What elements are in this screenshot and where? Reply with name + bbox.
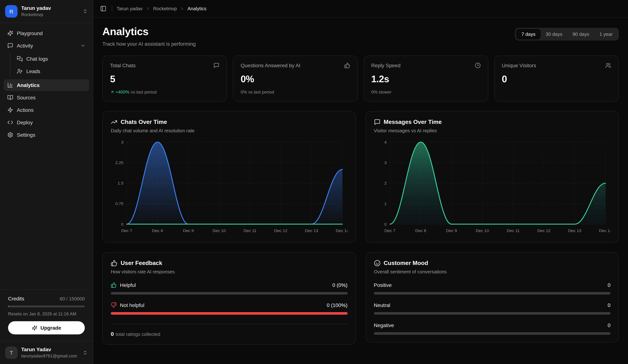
sidebar-item-playground[interactable]: Playground — [4, 27, 89, 39]
svg-text:Dec 8: Dec 8 — [415, 228, 426, 233]
users-icon — [605, 63, 611, 68]
sidebar-item-label: Analytics — [17, 82, 40, 88]
divider — [112, 6, 112, 11]
credits-reset-note: Resets on Jan 8, 2026 at 11:16 AM — [8, 311, 85, 316]
svg-text:Dec 7: Dec 7 — [384, 228, 395, 233]
credits-value: 60 / 150000 — [60, 296, 85, 301]
feedback-total-value: 0 — [111, 331, 114, 337]
svg-text:3: 3 — [384, 160, 387, 165]
smile-icon — [374, 260, 380, 266]
metric-value: 0 (100%) — [327, 302, 347, 308]
breadcrumb-item-rocketmvp[interactable]: Rocketmvp — [153, 6, 177, 11]
user-feedback-card: User Feedback How visitors rate AI respo… — [102, 252, 356, 345]
credits-label: Credits — [8, 296, 24, 301]
svg-text:Dec 10: Dec 10 — [475, 228, 489, 233]
sparkles-icon — [7, 30, 13, 36]
stat-cards: Total Chats5+400%vs last periodQuestions… — [102, 56, 619, 102]
chart-title: Messages Over Time — [384, 119, 442, 125]
metric-value: 0 — [608, 322, 611, 328]
progress-track — [374, 292, 611, 294]
metric-row-not-helpful: Not helpful0 (100%) — [111, 302, 347, 315]
progress-track — [374, 312, 611, 315]
thumbs-up-icon — [111, 282, 117, 288]
svg-text:1.5: 1.5 — [118, 181, 124, 185]
svg-text:3: 3 — [121, 140, 124, 145]
progress-track — [374, 332, 611, 335]
chevron-right-icon — [146, 6, 150, 11]
svg-text:Dec 11: Dec 11 — [506, 228, 519, 233]
sidebar-subitems: Chat logsLeads — [10, 53, 89, 77]
messages-over-time-chart: 01234Dec 7Dec 8Dec 9Dec 10Dec 11Dec 12De… — [374, 138, 611, 235]
sidebar-nav: PlaygroundActivityChat logsLeadsAnalytic… — [0, 23, 93, 145]
sidebar-footer: Credits 60 / 150000 Resets on Jan 8, 202… — [0, 290, 93, 364]
topbar: Tarun yadavRocketmvpAnalytics — [93, 0, 628, 17]
svg-text:Dec 14: Dec 14 — [336, 228, 347, 233]
divider — [111, 324, 347, 324]
range-button-30-days[interactable]: 30 days — [541, 29, 567, 39]
message-square-icon — [214, 63, 220, 68]
stat-value: 0 — [502, 73, 611, 85]
metric-value: 0 — [608, 302, 611, 308]
sidebar-toggle-button[interactable] — [99, 4, 107, 13]
arrow-up-right-icon — [110, 90, 114, 94]
mood-subtitle: Overall sentiment of conversations — [374, 269, 611, 275]
svg-text:1: 1 — [384, 201, 387, 206]
stat-subtext: 0% vs last period — [241, 89, 350, 95]
zap-icon — [7, 107, 13, 113]
stat-value: 5 — [110, 73, 220, 85]
sidebar-item-sources[interactable]: Sources — [4, 92, 89, 103]
chart-title: Chats Over Time — [121, 119, 167, 125]
breadcrumb-item-analytics[interactable]: Analytics — [187, 6, 207, 11]
workspace-switcher[interactable]: R Tarun yadav Rocketmvp — [0, 0, 93, 23]
range-button-7-days[interactable]: 7 days — [516, 29, 541, 39]
sidebar-item-analytics[interactable]: Analytics — [4, 79, 89, 91]
sidebar-item-settings[interactable]: Settings — [4, 129, 89, 141]
chevron-down-icon — [80, 43, 85, 48]
svg-text:Dec 13: Dec 13 — [305, 228, 318, 233]
feedback-total-label: total ratings collected — [116, 331, 160, 337]
message-square-icon — [374, 119, 380, 125]
svg-text:2.25: 2.25 — [115, 160, 123, 165]
bar-chart-icon — [7, 82, 13, 88]
svg-text:Dec 14: Dec 14 — [599, 228, 611, 233]
svg-text:Dec 9: Dec 9 — [446, 228, 457, 233]
sidebar-item-label: Settings — [17, 132, 35, 138]
metric-label: Negative — [374, 322, 394, 328]
code-icon — [7, 120, 13, 125]
stat-card-total-chats: Total Chats5+400%vs last period — [102, 56, 227, 102]
upgrade-button[interactable]: Upgrade — [8, 321, 85, 334]
svg-text:0: 0 — [384, 222, 387, 226]
metric-label: Not helpful — [120, 302, 144, 308]
range-button-90-days[interactable]: 90 days — [567, 29, 594, 39]
mood-title: Customer Mood — [384, 260, 428, 266]
sidebar-item-leads[interactable]: Leads — [13, 66, 89, 77]
sidebar-item-label: Leads — [26, 68, 40, 74]
range-button-1-year[interactable]: 1 year — [594, 29, 618, 39]
page-title: Analytics — [102, 26, 196, 38]
user-plus-icon — [17, 68, 23, 74]
chart-subtitle: Daily chat volume and AI resolution rate — [111, 128, 347, 133]
user-menu[interactable]: T Tarun Yadav tarunyadav9761@gmail.com — [0, 341, 93, 364]
stat-card-unique-visitors: Unique Visitors0 — [494, 56, 619, 102]
sidebar-item-label: Deploy — [17, 120, 33, 125]
chats-over-time-chart: 00.751.52.253Dec 7Dec 8Dec 9Dec 10Dec 11… — [111, 138, 347, 235]
breadcrumb: Tarun yadavRocketmvpAnalytics — [117, 6, 207, 11]
breadcrumb-item-tarun-yadav[interactable]: Tarun yadav — [117, 6, 143, 11]
svg-text:4: 4 — [384, 140, 387, 145]
sidebar-item-deploy[interactable]: Deploy — [4, 117, 89, 128]
thumbs-down-icon — [111, 302, 117, 308]
svg-text:Dec 8: Dec 8 — [152, 228, 163, 233]
clock-icon — [475, 63, 481, 68]
stat-value: 1.2s — [371, 73, 481, 85]
chats-over-time-card: Chats Over TimeDaily chat volume and AI … — [102, 111, 356, 243]
feedback-title: User Feedback — [121, 260, 162, 266]
sidebar-item-actions[interactable]: Actions — [4, 104, 89, 116]
sidebar-item-chat-logs[interactable]: Chat logs — [13, 53, 89, 65]
app-root: R Tarun yadav Rocketmvp PlaygroundActivi… — [0, 0, 628, 364]
book-open-icon — [7, 95, 13, 100]
sidebar-item-activity[interactable]: Activity — [4, 40, 89, 52]
metric-value: 0 (0%) — [332, 282, 347, 288]
metric-row-neutral: Neutral0 — [374, 302, 611, 315]
metric-row-helpful: Helpful0 (0%) — [111, 282, 347, 294]
sidebar-item-label: Playground — [17, 30, 43, 36]
